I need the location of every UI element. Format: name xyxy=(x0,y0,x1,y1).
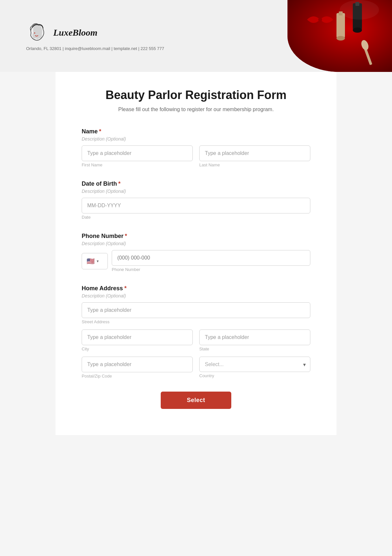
phone-description: Description (Optional) xyxy=(82,241,310,246)
address-section: Home Address * Description (Optional) St… xyxy=(82,285,310,379)
city-group: City xyxy=(82,329,193,351)
name-required: * xyxy=(99,128,101,135)
country-select-wrapper: Select... United States Canada United Ki… xyxy=(199,357,310,372)
postal-input[interactable] xyxy=(82,357,193,372)
last-name-input[interactable] xyxy=(199,145,310,161)
svg-point-0 xyxy=(34,32,35,34)
postal-country-row: Postal/Zip Code Select... United States … xyxy=(82,357,310,379)
submit-area: Select xyxy=(82,392,310,409)
city-state-row: City State xyxy=(82,329,310,351)
svg-point-12 xyxy=(340,0,379,20)
last-name-group: Last Name xyxy=(199,145,310,167)
last-name-sub-label: Last Name xyxy=(199,162,310,167)
phone-row: 🇺🇸 ▾ Phone Number xyxy=(82,250,310,272)
country-selector[interactable]: 🇺🇸 ▾ xyxy=(82,253,108,269)
logo-area: LuxeBloom Orlando, FL 32801 | inquire@lu… xyxy=(26,21,164,51)
logo-contact: Orlando, FL 32801 | inquire@luxebloom.ma… xyxy=(26,46,164,51)
street-address-group: Street Address xyxy=(82,302,310,324)
city-sub-label: City xyxy=(82,346,193,351)
phone-section: Phone Number * Description (Optional) 🇺🇸… xyxy=(82,233,310,272)
first-name-input[interactable] xyxy=(82,145,193,161)
country-sub-label: Country xyxy=(199,373,310,378)
phone-input[interactable] xyxy=(112,250,310,266)
us-flag-icon: 🇺🇸 xyxy=(87,257,95,265)
name-label: Name * xyxy=(82,128,310,135)
header-decoration xyxy=(287,0,392,72)
street-address-input[interactable] xyxy=(82,302,310,318)
form-subtitle: Please fill out the following to registe… xyxy=(82,107,310,112)
phone-label: Phone Number * xyxy=(82,233,310,240)
first-name-sub-label: First Name xyxy=(82,162,193,167)
dob-section: Date of Birth * Description (Optional) D… xyxy=(82,180,310,220)
svg-point-5 xyxy=(353,27,362,33)
name-description: Description (Optional) xyxy=(82,136,310,142)
first-name-group: First Name xyxy=(82,145,193,167)
dob-required: * xyxy=(118,180,121,187)
address-description: Description (Optional) xyxy=(82,293,310,298)
dob-description: Description (Optional) xyxy=(82,189,310,194)
postal-group: Postal/Zip Code xyxy=(82,357,193,379)
state-input[interactable] xyxy=(199,329,310,345)
dob-sub-label: Date xyxy=(82,215,310,220)
form-container: Beauty Parlor Registration Form Please f… xyxy=(56,72,336,435)
logo-brand-text: LuxeBloom xyxy=(53,27,97,38)
address-label: Home Address * xyxy=(82,285,310,292)
state-group: State xyxy=(199,329,310,351)
dob-label: Date of Birth * xyxy=(82,180,310,187)
name-input-row: First Name Last Name xyxy=(82,145,310,167)
country-select-input[interactable]: Select... United States Canada United Ki… xyxy=(199,357,310,372)
svg-point-8 xyxy=(336,36,345,41)
chevron-down-icon: ▾ xyxy=(97,259,99,263)
page-wrapper: LuxeBloom Orlando, FL 32801 | inquire@lu… xyxy=(0,0,392,556)
svg-rect-6 xyxy=(336,13,345,38)
phone-required: * xyxy=(125,233,127,240)
phone-input-group: Phone Number xyxy=(112,250,310,272)
street-address-sub-label: Street Address xyxy=(82,319,310,324)
address-required: * xyxy=(124,285,126,292)
state-sub-label: State xyxy=(199,346,310,351)
logo-icon xyxy=(26,21,49,44)
phone-sub-label: Phone Number xyxy=(112,267,310,272)
city-input[interactable] xyxy=(82,329,193,345)
dob-group: Date xyxy=(82,198,310,220)
svg-point-9 xyxy=(318,18,322,22)
dob-input[interactable] xyxy=(82,198,310,213)
form-title: Beauty Parlor Registration Form xyxy=(82,88,310,102)
select-button[interactable]: Select xyxy=(161,392,231,409)
country-group: Select... United States Canada United Ki… xyxy=(199,357,310,379)
postal-sub-label: Postal/Zip Code xyxy=(82,374,193,379)
header: LuxeBloom Orlando, FL 32801 | inquire@lu… xyxy=(0,0,392,72)
cosmetics-svg xyxy=(287,0,392,72)
name-section: Name * Description (Optional) First Name… xyxy=(82,128,310,167)
